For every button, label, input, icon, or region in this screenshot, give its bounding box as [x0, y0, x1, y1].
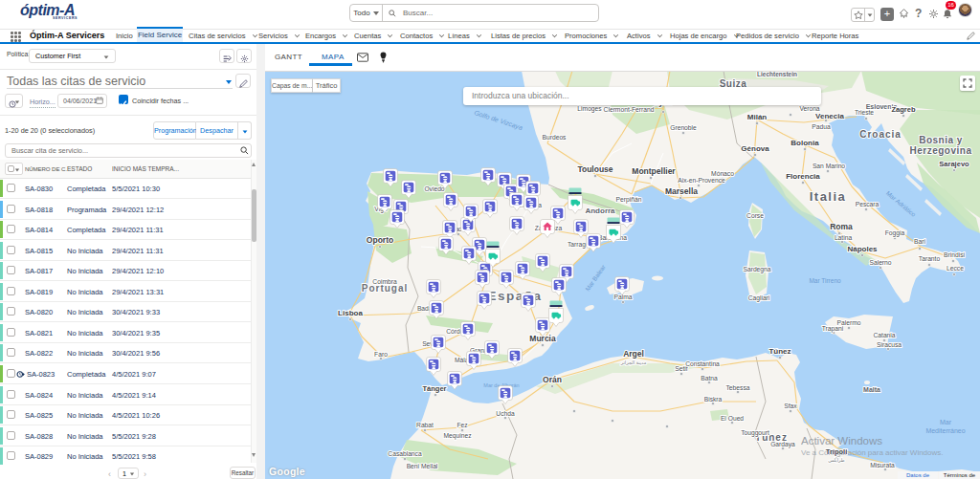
svg-text:Italia: Italia	[810, 189, 847, 204]
svg-text:Misurata: Misurata	[870, 462, 895, 468]
svg-text:Brindisi: Brindisi	[944, 251, 965, 258]
svg-text:Clermont-Ferrand: Clermont-Ferrand	[604, 106, 655, 113]
svg-text:Montpellier: Montpellier	[632, 166, 676, 176]
svg-text:Mar Tirreno: Mar Tirreno	[809, 277, 841, 284]
svg-text:Pescara: Pescara	[856, 201, 880, 207]
svg-text:Gardaya: Gardaya	[770, 441, 795, 448]
svg-text:Túnez: Túnez	[768, 347, 791, 356]
svg-text:Toulouse: Toulouse	[577, 164, 612, 174]
svg-text:Florencia: Florencia	[786, 172, 820, 181]
svg-text:Orán: Orán	[543, 375, 562, 384]
svg-text:Sardegna: Sardegna	[743, 266, 770, 273]
svg-text:Venecia: Venecia	[815, 112, 844, 120]
svg-text:Sfax: Sfax	[784, 403, 797, 409]
svg-text:Constantina: Constantina	[685, 360, 720, 367]
svg-text:Andorra: Andorra	[585, 207, 615, 215]
svg-text:Bari: Bari	[914, 238, 925, 245]
svg-text:Corse: Corse	[746, 212, 764, 219]
svg-text:Casablanca: Casablanca	[388, 450, 422, 457]
svg-text:Burdeos: Burdeos	[543, 134, 568, 141]
svg-text:Batna: Batna	[701, 375, 718, 381]
svg-text:Uchda: Uchda	[496, 410, 515, 417]
svg-text:Tebessa: Tebessa	[726, 384, 750, 391]
svg-text:Palma: Palma	[614, 294, 633, 300]
svg-text:Foggia: Foggia	[885, 229, 905, 237]
svg-text:Taranto: Taranto	[919, 255, 941, 262]
svg-text:Bosnia y: Bosnia y	[919, 135, 963, 145]
svg-text:Sarajevo: Sarajevo	[939, 160, 969, 168]
svg-text:Oviedo: Oviedo	[424, 185, 444, 192]
svg-text:Trieste: Trieste	[855, 109, 874, 116]
svg-text:Salerno: Salerno	[869, 259, 891, 266]
svg-text:Beni Mellal: Beni Mellal	[407, 463, 438, 469]
svg-text:Liechtenstein: Liechtenstein	[757, 72, 797, 77]
svg-text:Zagreb: Zagreb	[891, 105, 915, 114]
svg-text:Verona: Verona	[799, 105, 819, 112]
svg-text:Tánger: Tánger	[422, 384, 446, 393]
svg-text:Aix-en-Provence: Aix-en-Provence	[678, 177, 725, 184]
svg-text:Bolonia: Bolonia	[791, 139, 819, 147]
svg-text:Mónaco: Mónaco	[711, 170, 734, 177]
svg-text:Latina: Latina	[835, 234, 853, 241]
svg-text:Cagliari: Cagliari	[748, 294, 770, 302]
svg-text:Génova: Génova	[741, 144, 769, 153]
svg-text:Croacia: Croacia	[859, 129, 902, 140]
svg-text:Oporto: Oporto	[367, 235, 393, 245]
svg-text:Limoges: Limoges	[577, 105, 602, 113]
svg-text:El Oued: El Oued	[721, 415, 744, 422]
svg-text:Perpiñán: Perpiñán	[616, 196, 642, 204]
svg-text:Marsella: Marsella	[665, 186, 698, 196]
svg-text:Roma: Roma	[830, 222, 853, 231]
svg-text:Mequinez: Mequinez	[444, 432, 473, 440]
svg-text:Rabat: Rabat	[416, 422, 434, 428]
svg-text:Touggourt: Touggourt	[741, 429, 769, 437]
svg-text:Malta: Malta	[863, 386, 880, 393]
svg-text:Lisboa: Lisboa	[338, 309, 363, 317]
svg-text:Mar: Mar	[940, 419, 952, 425]
svg-text:Siracusa: Siracusa	[877, 341, 902, 348]
svg-text:Coimbra: Coimbra	[372, 278, 397, 285]
svg-text:Nápoles: Nápoles	[847, 245, 878, 253]
svg-text:Milán: Milán	[747, 113, 768, 121]
svg-text:طرابلس: طرابلس	[828, 457, 845, 463]
svg-text:Faro: Faro	[374, 351, 388, 358]
svg-text:مدينة الجزائر: مدينة الجزائر	[620, 359, 647, 365]
svg-text:Lecce: Lecce	[947, 265, 964, 272]
svg-text:Trapani: Trapani	[822, 325, 844, 333]
svg-text:Argel: Argel	[623, 349, 644, 359]
svg-text:Fez: Fez	[457, 422, 468, 428]
svg-text:Padua: Padua	[812, 123, 831, 130]
svg-text:Biskra: Biskra	[704, 396, 723, 403]
svg-text:Herzegovina: Herzegovina	[910, 145, 972, 156]
svg-text:Mediterráneo: Mediterráneo	[925, 427, 965, 434]
svg-text:San Marino: San Marino	[813, 163, 845, 169]
svg-text:Catania: Catania	[873, 332, 895, 338]
svg-text:Grenoble: Grenoble	[670, 124, 697, 131]
